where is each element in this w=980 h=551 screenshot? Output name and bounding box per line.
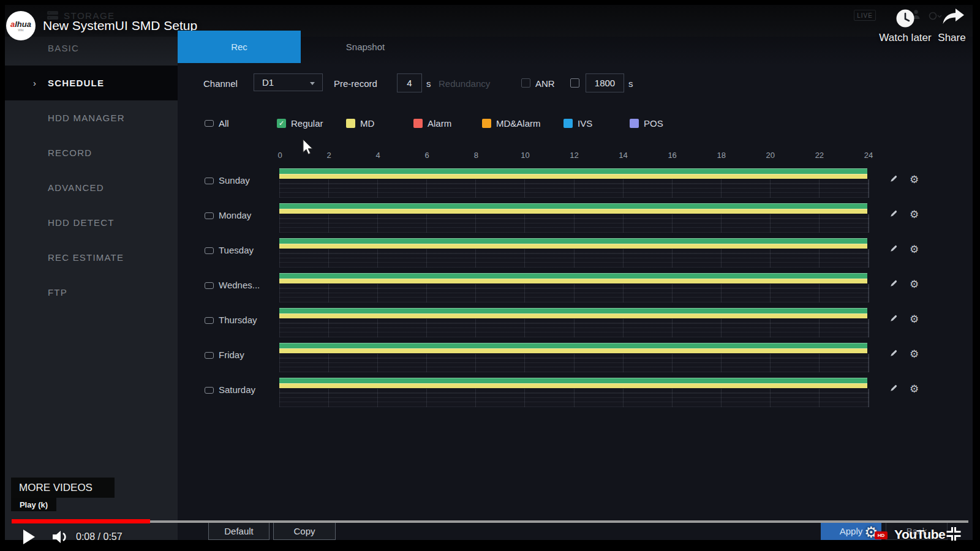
schedule-bar-md[interactable] <box>279 348 867 353</box>
row-settings-icon[interactable]: ⚙ <box>910 209 919 220</box>
edit-pencil-icon[interactable] <box>889 174 898 186</box>
schedule-row-wednes: Wednes...⚙ <box>5 273 973 308</box>
schedule-bar-regular[interactable] <box>279 168 867 174</box>
schedule-bar-regular[interactable] <box>279 343 867 348</box>
channel-label: Channel <box>203 78 238 89</box>
legend-swatch-md <box>346 119 355 128</box>
hour-tick-label: 16 <box>663 151 682 160</box>
channel-select-value: D1 <box>262 77 274 88</box>
hd-quality-badge: HD <box>875 531 888 539</box>
redundancy-label: Redundancy <box>439 78 490 89</box>
prerecord-unit: s <box>426 78 431 89</box>
day-checkbox[interactable] <box>205 282 214 289</box>
play-tooltip: Play (k) <box>11 498 56 511</box>
prerecord-label: Pre-record <box>334 78 377 89</box>
day-checkbox[interactable] <box>205 317 214 324</box>
edit-pencil-icon[interactable] <box>889 349 898 360</box>
schedule-grid-track[interactable] <box>279 249 869 268</box>
day-label: Monday <box>219 210 251 220</box>
row-settings-icon[interactable]: ⚙ <box>910 384 919 394</box>
legend-label: POS <box>644 119 663 128</box>
sidebar-item-label: SCHEDULE <box>48 78 104 88</box>
schedule-grid-track[interactable] <box>279 354 869 372</box>
schedule-bar-regular[interactable] <box>279 203 867 209</box>
hour-tick-label: 6 <box>418 151 436 160</box>
legend-swatch-md-alarm <box>482 119 491 128</box>
schedule-row-saturday: Saturday⚙ <box>5 378 973 413</box>
row-settings-icon[interactable]: ⚙ <box>910 349 919 359</box>
schedule-grid-track[interactable] <box>279 284 869 302</box>
hour-tick-label: 20 <box>761 151 780 160</box>
volume-icon[interactable] <box>51 529 71 545</box>
all-checkbox[interactable] <box>205 120 214 127</box>
schedule-bar-md[interactable] <box>279 174 867 179</box>
schedule-bar-regular[interactable] <box>279 273 867 279</box>
day-checkbox[interactable] <box>205 352 214 359</box>
day-checkbox[interactable] <box>205 247 214 254</box>
day-checkbox[interactable] <box>205 178 214 184</box>
row-settings-icon[interactable]: ⚙ <box>910 244 919 255</box>
sidebar-item-hdd-manager[interactable]: HDD MANAGER <box>5 100 178 135</box>
default-button[interactable]: Default <box>208 522 270 540</box>
hour-tick-label: 10 <box>516 151 534 160</box>
legend-swatch-alarm <box>413 119 423 128</box>
schedule-bar-md[interactable] <box>279 209 867 214</box>
day-label: Friday <box>219 350 244 360</box>
schedule-bar-regular[interactable] <box>279 238 867 244</box>
row-settings-icon[interactable]: ⚙ <box>910 314 919 324</box>
legend-label: IVS <box>578 119 592 128</box>
edit-pencil-icon[interactable] <box>889 244 898 255</box>
schedule-bar-md[interactable] <box>279 383 867 388</box>
progress-played-bar[interactable] <box>12 519 150 523</box>
mouse-cursor <box>303 139 314 155</box>
share-arrow-icon[interactable] <box>941 7 965 26</box>
day-checkbox[interactable] <box>205 387 214 394</box>
more-videos-tooltip[interactable]: MORE VIDEOS <box>11 478 115 498</box>
schedule-bar-md[interactable] <box>279 279 867 283</box>
tab-snapshot[interactable]: Snapshot <box>301 31 430 63</box>
chevron-down-icon <box>310 82 315 85</box>
legend-label: MD <box>360 119 374 128</box>
edit-pencil-icon[interactable] <box>889 209 898 220</box>
time-display: 0:08 / 0:57 <box>76 531 123 542</box>
hour-tick-label: 0 <box>271 151 289 160</box>
sidebar-item-record[interactable]: RECORD <box>5 135 178 170</box>
channel-avatar[interactable]: alhua Wiki <box>6 11 36 40</box>
schedule-grid-track[interactable] <box>279 319 869 337</box>
day-checkbox[interactable] <box>205 212 214 219</box>
anr-checkbox[interactable] <box>570 78 579 88</box>
schedule-bar-md[interactable] <box>279 313 867 318</box>
hour-ruler: 024681012141618202224 <box>271 151 878 160</box>
row-settings-icon[interactable]: ⚙ <box>910 174 919 185</box>
legend-swatch-ivs <box>564 119 573 128</box>
video-title[interactable]: New SystemUI SMD Setup <box>43 18 197 33</box>
channel-select[interactable]: D1 <box>254 73 323 91</box>
edit-pencil-icon[interactable] <box>889 279 898 290</box>
schedule-grid-track[interactable] <box>279 214 869 233</box>
schedule-grid-track[interactable] <box>279 179 869 198</box>
anr-input[interactable]: 1800 <box>586 73 624 92</box>
tab-rec[interactable]: Rec <box>178 31 301 63</box>
progress-buffer-bar[interactable] <box>12 520 968 523</box>
miniplayer-icon[interactable] <box>946 527 962 541</box>
youtube-logo[interactable]: YouTube <box>894 527 945 542</box>
watch-later-clock-icon[interactable] <box>895 9 915 28</box>
schedule-bar-regular[interactable] <box>279 308 867 313</box>
hour-tick-label: 18 <box>712 151 731 160</box>
schedule-grid-track[interactable] <box>279 389 869 407</box>
play-button[interactable] <box>22 529 36 545</box>
prerecord-input[interactable]: 4 <box>397 73 422 92</box>
row-settings-icon[interactable]: ⚙ <box>910 279 919 290</box>
hour-tick-label: 14 <box>614 151 633 160</box>
copy-button[interactable]: Copy <box>273 522 336 540</box>
redundancy-checkbox[interactable] <box>521 78 530 88</box>
hour-tick-label: 2 <box>320 151 338 160</box>
schedule-bar-md[interactable] <box>279 244 867 249</box>
legend-label: Alarm <box>428 119 451 128</box>
edit-pencil-icon[interactable] <box>889 384 898 395</box>
schedule-row-monday: Monday⚙ <box>5 203 973 238</box>
share-label[interactable]: Share <box>927 32 976 44</box>
edit-pencil-icon[interactable] <box>889 314 898 325</box>
sidebar-item-schedule[interactable]: ›SCHEDULE <box>5 66 178 100</box>
schedule-bar-regular[interactable] <box>279 378 867 383</box>
